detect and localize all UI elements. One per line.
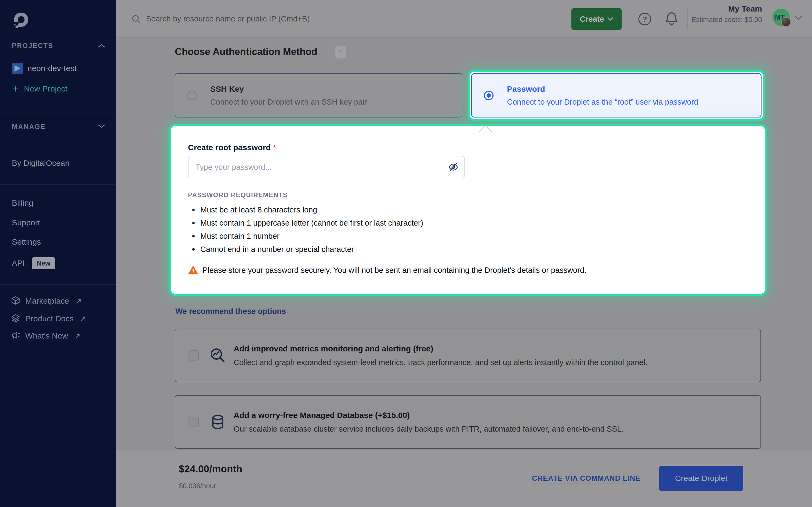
sidebar-item-new-project[interactable]: + New Project [12,82,67,95]
auth-method-options: SSH Key Connect to your Droplet with an … [175,73,762,117]
create-via-command-line-link[interactable]: CREATE VIA COMMAND LINE [532,474,641,483]
monthly-price: $24.00/month [179,463,242,475]
chevron-down-icon [607,17,613,21]
radio-unselected-icon[interactable] [187,91,197,100]
sidebar-item-whats-new[interactable]: What's New ↗ [11,330,81,342]
warning-icon [188,266,198,275]
requirements-list: Must be at least 8 characters long Must … [188,206,748,253]
database-description: Our scalable database cluster service in… [234,425,623,434]
svg-text:?: ? [642,15,647,23]
password-label-text: Create root password [188,143,271,152]
database-checkbox[interactable] [189,417,199,427]
password-form-panel: Create root password* PASSWORD REQUIREME… [172,127,763,292]
password-description: Connect to your Droplet as the “root” us… [507,98,698,107]
external-link-icon: ↗ [74,332,81,340]
sidebar-item-support[interactable]: Support [12,217,40,228]
sidebar: PROJECTS neon-dev-test + New Project MAN… [0,0,116,507]
digitalocean-logo-icon [12,12,29,29]
eye-slash-icon [448,162,459,172]
topbar-divider [688,8,688,30]
sidebar-item-marketplace[interactable]: Marketplace ↗ [11,295,82,307]
account-menu[interactable]: MT [772,9,812,30]
sidebar-item-project[interactable]: neon-dev-test [12,62,77,74]
chevron-down-icon[interactable] [98,124,105,129]
radio-selected-icon[interactable] [484,91,494,100]
metrics-monitoring-icon [209,347,226,364]
project-icon [12,63,23,74]
chevron-up-icon[interactable] [98,44,105,49]
auth-option-ssh-key[interactable]: SSH Key Connect to your Droplet with an … [175,73,462,117]
sidebar-divider [0,284,116,285]
sidebar-divider [0,140,116,140]
auth-option-password[interactable]: Password Connect to your Droplet as the … [471,73,762,117]
ssh-key-title: SSH Key [210,84,367,94]
whats-new-label: What's New [25,331,68,340]
sidebar-item-api[interactable]: API New [12,257,55,269]
sidebar-item-settings[interactable]: Settings [12,237,41,247]
support-label: Support [12,218,40,227]
metrics-title: Add improved metrics monitoring and aler… [234,344,647,353]
option-card-metrics[interactable]: Add improved metrics monitoring and aler… [175,329,761,382]
metrics-description: Collect and graph expanded system-level … [234,358,647,367]
toggle-password-visibility-button[interactable] [448,162,459,172]
recommend-heading: We recommend these options [175,307,286,316]
database-title: Add a worry-free Managed Database (+$15.… [234,411,623,420]
manage-header: MANAGE [12,123,46,131]
sidebar-section-manage[interactable]: MANAGE [12,122,46,131]
bottom-bar: $24.00/month $0.036/hour CREATE VIA COMM… [116,451,812,507]
password-title: Password [507,84,698,94]
new-project-label: New Project [24,84,67,93]
external-link-icon: ↗ [80,315,86,323]
ssh-key-description: Connect to your Droplet with an SSH key … [210,98,367,107]
password-input[interactable] [188,156,464,178]
database-icon [209,414,226,430]
password-warning: Please store your password securely. You… [188,266,748,275]
sidebar-item-by-digitalocean[interactable]: By DigitalOcean [12,158,69,168]
option-card-managed-database[interactable]: Add a worry-free Managed Database (+$15.… [175,395,761,449]
topbar: Create ? My Team Estimated costs: $0.00 … [116,0,812,38]
panel-caret [478,125,493,139]
marketplace-label: Marketplace [25,296,69,305]
requirement-item: Cannot end in a number or special charac… [188,245,748,253]
search-input[interactable] [146,11,415,27]
external-link-icon: ↗ [75,297,82,305]
team-menu[interactable]: My Team Estimated costs: $0.00 [692,4,762,24]
sidebar-item-product-docs[interactable]: Product Docs ↗ [11,313,86,325]
create-droplet-button[interactable]: Create Droplet [659,466,743,491]
main-content: Choose Authentication Method ? SSH Key C… [116,38,812,507]
product-docs-label: Product Docs [25,314,73,323]
layers-icon [11,313,20,324]
search-icon [131,14,141,25]
sidebar-divider [0,184,116,184]
required-asterisk: * [273,143,276,152]
megaphone-icon [11,331,20,341]
api-label: API [12,259,25,268]
api-new-badge: New [32,257,55,269]
notifications-bell-icon[interactable] [664,11,679,28]
password-field-label: Create root password* [188,143,748,152]
estimated-costs: Estimated costs: $0.00 [692,15,762,24]
cube-icon [11,296,20,306]
plus-icon: + [12,83,18,94]
by-digitalocean-label: By DigitalOcean [12,159,69,168]
heading-help-badge[interactable]: ? [335,46,346,58]
hourly-price: $0.036/hour [179,482,216,490]
help-icon[interactable]: ? [638,12,652,27]
requirement-item: Must contain 1 number [188,232,748,240]
create-button[interactable]: Create [571,8,622,30]
billing-label: Billing [12,199,33,208]
password-form: Create root password* PASSWORD REQUIREME… [172,132,763,292]
chevron-down-icon [795,15,803,21]
sidebar-divider [0,113,116,113]
team-name: My Team [692,4,762,13]
sidebar-item-billing[interactable]: Billing [12,198,33,209]
sidebar-section-projects[interactable]: PROJECTS [12,41,53,50]
settings-label: Settings [12,237,41,246]
requirement-item: Must contain 1 uppercase letter (cannot … [188,219,748,227]
help-badge-glyph: ? [339,48,343,56]
requirement-item: Must be at least 8 characters long [188,206,748,214]
projects-header: PROJECTS [12,42,53,50]
create-button-label: Create [580,15,604,23]
requirements-title: PASSWORD REQUIREMENTS [188,191,748,199]
metrics-checkbox[interactable] [189,350,199,360]
